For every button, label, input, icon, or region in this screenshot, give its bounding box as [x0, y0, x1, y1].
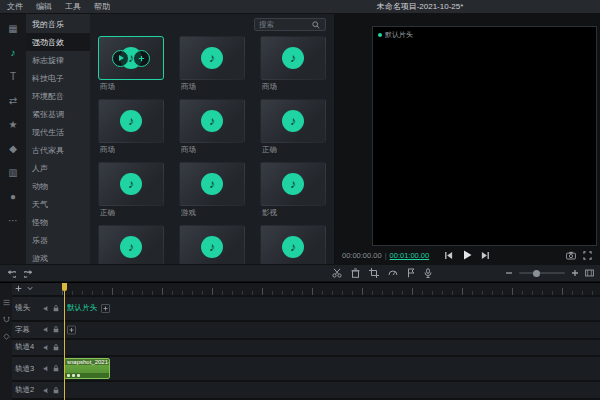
track-header[interactable]: 字幕 [12, 322, 62, 338]
audio-clip-thumbnail[interactable]: ♪ [98, 225, 164, 264]
speed-icon[interactable] [388, 268, 398, 278]
record-voice-icon[interactable] [424, 268, 432, 278]
category-item[interactable]: 游戏 [26, 249, 90, 264]
track-lane[interactable] [62, 322, 600, 338]
split-screen-panel-icon[interactable]: ▥ [5, 165, 21, 180]
track-header[interactable]: 轨道4 [12, 340, 62, 356]
lock-track-icon[interactable] [53, 344, 59, 351]
track-manager-icon[interactable] [3, 299, 10, 306]
fit-timeline-icon[interactable] [585, 269, 594, 277]
marker-icon[interactable] [407, 268, 415, 278]
audio-clip-thumbnail[interactable]: ♪ [98, 99, 164, 143]
menu-item[interactable]: 工具 [65, 1, 81, 12]
category-item[interactable]: 天气 [26, 195, 90, 213]
audio-clip-thumbnail[interactable]: ♪ [179, 99, 245, 143]
zoom-knob[interactable] [533, 270, 540, 277]
crop-icon[interactable] [369, 268, 379, 278]
keyframe-icon[interactable] [3, 333, 10, 340]
category-item[interactable]: 科技电子 [26, 69, 90, 87]
track-header[interactable]: 轨道2 [12, 382, 62, 398]
zoom-slider[interactable] [519, 272, 565, 274]
timeline-tracks-area[interactable]: 默认片头 snapshot_2021-1 [62, 283, 600, 400]
elements-panel-icon[interactable]: ◆ [5, 141, 21, 156]
audio-clip-item[interactable]: ♪ 商场 [179, 36, 245, 95]
effects-panel-icon[interactable]: ★ [5, 117, 21, 132]
plus-icon[interactable] [67, 325, 76, 334]
transition-panel-icon[interactable]: ⇄ [5, 93, 21, 108]
mute-track-icon[interactable] [43, 305, 50, 312]
preview-viewer[interactable]: 默认片头 [372, 26, 597, 246]
lock-track-icon[interactable] [53, 305, 59, 312]
track-header[interactable]: 镜头 [12, 297, 62, 320]
audio-clip-item[interactable]: ♪ 正确 [98, 162, 164, 221]
category-item[interactable]: 动物 [26, 177, 90, 195]
audio-clip-thumbnail[interactable]: ♪ [98, 36, 164, 80]
menu-item[interactable]: 编辑 [36, 1, 52, 12]
delete-icon[interactable] [351, 268, 360, 278]
audio-clip-item[interactable]: ♪ 商场 [179, 99, 245, 158]
track-lane[interactable] [62, 382, 600, 398]
audio-clip-thumbnail[interactable]: ♪ [260, 225, 326, 264]
audio-clip-thumbnail[interactable]: ♪ [260, 99, 326, 143]
category-item[interactable]: 标志旋律 [26, 51, 90, 69]
duration-time[interactable]: 00:01:00.00 [390, 251, 430, 260]
search-box[interactable] [254, 18, 326, 31]
audio-clip-item[interactable]: ♪ 商场 [260, 36, 326, 95]
audio-clip-item[interactable]: ♪ 游戏 [179, 162, 245, 221]
playhead[interactable] [64, 283, 65, 400]
audio-clip-item[interactable]: ♪ 影视 [260, 162, 326, 221]
zoom-in-icon[interactable] [571, 269, 579, 277]
mute-track-icon[interactable] [43, 326, 50, 333]
play-preview-icon[interactable] [112, 50, 129, 67]
track-lane[interactable]: snapshot_2021-1 [62, 357, 600, 380]
intro-clip-label[interactable]: 默认片头 [67, 303, 110, 313]
category-item[interactable]: 强劲音效 [26, 33, 90, 51]
category-item[interactable]: 怪物 [26, 213, 90, 231]
category-item[interactable]: 我的音乐 [26, 15, 90, 33]
play-icon[interactable] [462, 250, 472, 260]
track-header[interactable]: 轨道3 [12, 357, 62, 380]
track-lane[interactable] [62, 340, 600, 356]
audio-clip-item[interactable]: ♪ 一晃而过 [98, 225, 164, 264]
playhead-handle[interactable] [62, 283, 67, 291]
more-panel-icon[interactable]: ⋯ [5, 213, 21, 228]
track-menu-chevron-icon[interactable] [27, 286, 33, 291]
add-track-icon[interactable] [15, 285, 22, 292]
zoom-out-icon[interactable] [505, 269, 513, 277]
audio-clip-item[interactable]: ♪ 触摸 [179, 225, 245, 264]
add-intro-icon[interactable] [101, 304, 110, 313]
lock-track-icon[interactable] [53, 326, 59, 333]
audio-clip-thumbnail[interactable]: ♪ [260, 162, 326, 206]
audio-clip-thumbnail[interactable]: ♪ [179, 225, 245, 264]
audio-clip-item[interactable]: ♪ 正确 [260, 99, 326, 158]
snapshot-camera-icon[interactable] [566, 251, 576, 260]
mute-track-icon[interactable] [43, 365, 50, 372]
audio-clip-thumbnail[interactable]: ♪ [260, 36, 326, 80]
audio-clip-item[interactable]: ♪ 商场 [98, 99, 164, 158]
category-item[interactable]: 人声 [26, 159, 90, 177]
add-to-timeline-icon[interactable] [133, 50, 150, 67]
audio-clip-item[interactable]: ♪ 单击 [260, 225, 326, 264]
text-panel-icon[interactable]: T [5, 69, 21, 84]
category-item[interactable]: 环境配音 [26, 87, 90, 105]
previous-frame-icon[interactable] [444, 251, 453, 260]
media-panel-icon[interactable]: ▦ [5, 21, 21, 36]
menu-item[interactable]: 帮助 [94, 1, 110, 12]
timeline-ruler[interactable] [62, 283, 600, 295]
next-frame-icon[interactable] [481, 251, 490, 260]
audio-panel-icon[interactable]: ♪ [5, 45, 21, 60]
category-item[interactable]: 现代生活 [26, 123, 90, 141]
lock-track-icon[interactable] [53, 387, 59, 394]
split-icon[interactable] [332, 268, 342, 278]
audio-clip-thumbnail[interactable]: ♪ [98, 162, 164, 206]
timeline-clip[interactable]: snapshot_2021-1 [64, 358, 110, 379]
mute-track-icon[interactable] [43, 387, 50, 394]
lock-track-icon[interactable] [53, 365, 59, 372]
category-item[interactable]: 紧张基调 [26, 105, 90, 123]
redo-icon[interactable] [24, 269, 34, 278]
mute-track-icon[interactable] [43, 344, 50, 351]
category-item[interactable]: 古代家具 [26, 141, 90, 159]
audio-clip-thumbnail[interactable]: ♪ [179, 162, 245, 206]
menu-item[interactable]: 文件 [7, 1, 23, 12]
track-lane[interactable]: 默认片头 [62, 297, 600, 320]
